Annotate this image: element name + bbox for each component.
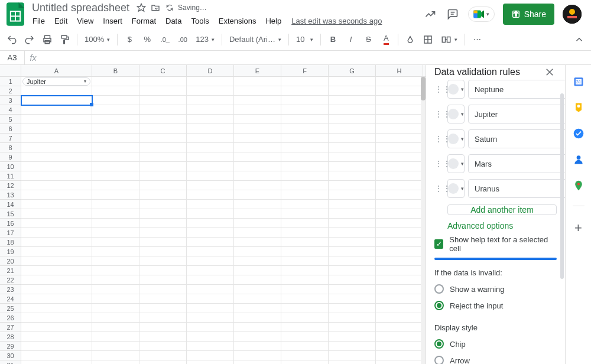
cell[interactable]: [139, 266, 187, 275]
row-header[interactable]: 11: [0, 171, 21, 181]
cell[interactable]: [234, 171, 281, 181]
cell[interactable]: [281, 342, 329, 351]
menu-data[interactable]: Data: [161, 15, 186, 27]
cell[interactable]: [376, 190, 423, 200]
cell[interactable]: [234, 105, 281, 115]
column-header[interactable]: E: [234, 65, 281, 76]
cell[interactable]: [92, 105, 139, 115]
cell[interactable]: [234, 115, 281, 124]
cell[interactable]: [139, 360, 187, 364]
cell[interactable]: [21, 256, 92, 266]
cell[interactable]: [187, 360, 234, 364]
merge-dropdown[interactable]: ▾: [437, 31, 461, 48]
cell[interactable]: [139, 238, 187, 247]
cell[interactable]: [139, 323, 187, 332]
dropdown-chip[interactable]: Jupiter▾: [22, 77, 90, 86]
cell[interactable]: [234, 332, 281, 342]
cell[interactable]: [92, 275, 139, 285]
row-header[interactable]: 13: [0, 190, 21, 200]
cell[interactable]: [187, 171, 234, 181]
help-text-input[interactable]: Click and enter a value from the list of…: [434, 258, 557, 260]
cell[interactable]: [21, 323, 92, 332]
name-box[interactable]: A3: [0, 51, 25, 64]
cell[interactable]: [187, 134, 234, 143]
cell[interactable]: [139, 162, 187, 171]
cell[interactable]: [376, 238, 423, 247]
cell[interactable]: [329, 266, 376, 275]
cell[interactable]: [187, 351, 234, 360]
cell[interactable]: [21, 351, 92, 360]
activity-icon[interactable]: [423, 7, 437, 21]
cell[interactable]: [139, 124, 187, 134]
cell[interactable]: [92, 152, 139, 162]
cell[interactable]: [92, 294, 139, 304]
cell[interactable]: [234, 96, 281, 105]
cell[interactable]: [234, 124, 281, 134]
cell[interactable]: [234, 134, 281, 143]
cell[interactable]: [234, 275, 281, 285]
cell[interactable]: [281, 162, 329, 171]
cell[interactable]: [21, 219, 92, 228]
cell[interactable]: [281, 351, 329, 360]
cell[interactable]: [21, 209, 92, 219]
cell[interactable]: [139, 247, 187, 256]
cell[interactable]: [281, 190, 329, 200]
menu-view[interactable]: View: [73, 15, 98, 27]
cell[interactable]: [187, 342, 234, 351]
strikethrough-button[interactable]: S: [360, 31, 376, 48]
cell[interactable]: [329, 209, 376, 219]
cell[interactable]: [234, 256, 281, 266]
cell[interactable]: [21, 181, 92, 190]
close-panel-button[interactable]: [543, 65, 557, 79]
display-option[interactable]: Chip: [434, 337, 557, 351]
cell[interactable]: [234, 228, 281, 238]
italic-button[interactable]: I: [342, 31, 359, 48]
display-option[interactable]: Arrow: [434, 353, 557, 364]
cell[interactable]: [187, 219, 234, 228]
cell[interactable]: [21, 228, 92, 238]
cell[interactable]: [139, 256, 187, 266]
spreadsheet-grid[interactable]: ABCDEFGH 1Jupiter▾2345678910111213141516…: [0, 65, 426, 364]
cell[interactable]: [139, 143, 187, 152]
cell[interactable]: [187, 285, 234, 294]
cell[interactable]: [234, 200, 281, 209]
cell[interactable]: [281, 360, 329, 364]
drag-handle-icon[interactable]: ⋮⋮: [434, 184, 444, 193]
cell[interactable]: [92, 200, 139, 209]
document-title[interactable]: Untitled spreadsheet: [28, 1, 133, 15]
checkbox-checked-icon[interactable]: ✓: [434, 239, 443, 249]
cell[interactable]: [92, 247, 139, 256]
row-header[interactable]: 23: [0, 285, 21, 294]
drag-handle-icon[interactable]: ⋮⋮: [434, 134, 444, 144]
cell[interactable]: [234, 342, 281, 351]
account-avatar[interactable]: [563, 5, 582, 24]
cell[interactable]: [281, 105, 329, 115]
cell[interactable]: [92, 238, 139, 247]
show-help-text-checkbox-row[interactable]: ✓ Show help text for a selected cell: [434, 235, 557, 253]
menu-help[interactable]: Help: [261, 15, 285, 27]
drag-handle-icon[interactable]: ⋮⋮: [434, 159, 444, 168]
cell[interactable]: [92, 209, 139, 219]
menu-extensions[interactable]: Extensions: [215, 15, 261, 27]
cell[interactable]: [92, 256, 139, 266]
cell[interactable]: [92, 115, 139, 124]
cell[interactable]: [329, 134, 376, 143]
cell[interactable]: [329, 256, 376, 266]
cell[interactable]: [376, 294, 423, 304]
cell[interactable]: [92, 171, 139, 181]
undo-button[interactable]: [4, 31, 20, 48]
radio-icon[interactable]: [434, 339, 444, 349]
cell[interactable]: [187, 304, 234, 313]
cell[interactable]: [21, 143, 92, 152]
cell[interactable]: [92, 124, 139, 134]
cell[interactable]: [139, 181, 187, 190]
print-button[interactable]: [39, 31, 56, 48]
cell[interactable]: [376, 304, 423, 313]
cell[interactable]: [187, 143, 234, 152]
row-header[interactable]: 10: [0, 162, 21, 171]
cell[interactable]: [329, 190, 376, 200]
cell[interactable]: [139, 86, 187, 96]
cell[interactable]: [329, 86, 376, 96]
row-header[interactable]: 26: [0, 313, 21, 323]
cell[interactable]: [92, 190, 139, 200]
